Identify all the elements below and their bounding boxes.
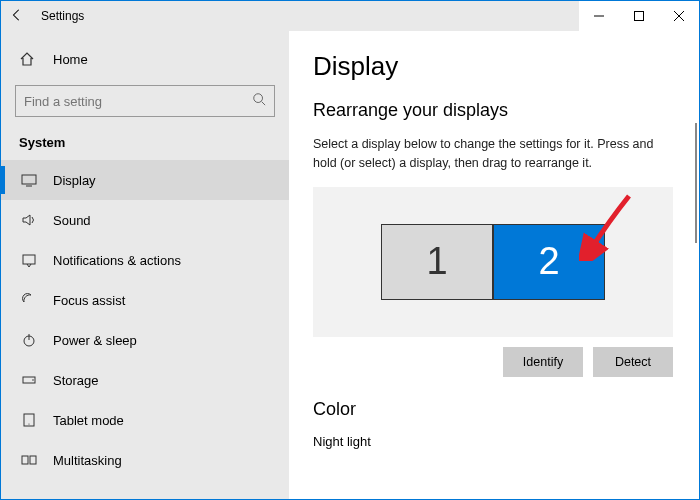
home-icon [19, 51, 39, 67]
nav-label: Power & sleep [39, 333, 137, 348]
monitor-1[interactable]: 1 [381, 224, 493, 300]
nav-label: Display [39, 173, 96, 188]
storage-icon [19, 372, 39, 388]
multitasking-icon [19, 452, 39, 468]
scrollbar[interactable] [695, 123, 697, 243]
tablet-icon [19, 412, 39, 428]
title-bar: Settings [1, 1, 699, 31]
maximize-button[interactable] [619, 1, 659, 31]
nav-display[interactable]: Display [1, 160, 289, 200]
nav-label: Tablet mode [39, 413, 124, 428]
nav-multitasking[interactable]: Multitasking [1, 440, 289, 480]
nav-label: Focus assist [39, 293, 125, 308]
nav-label: Sound [39, 213, 91, 228]
section-rearrange: Rearrange your displays [313, 100, 675, 121]
night-light-label: Night light [313, 434, 675, 449]
power-icon [19, 332, 39, 348]
nav-label: Notifications & actions [39, 253, 181, 268]
svg-point-12 [32, 379, 34, 381]
nav-focus-assist[interactable]: Focus assist [1, 280, 289, 320]
home-label: Home [39, 52, 88, 67]
svg-rect-16 [30, 456, 36, 464]
section-system: System [1, 131, 289, 160]
nav-label: Storage [39, 373, 99, 388]
svg-rect-1 [635, 12, 644, 21]
back-button[interactable] [1, 8, 33, 25]
nav-storage[interactable]: Storage [1, 360, 289, 400]
nav-notifications[interactable]: Notifications & actions [1, 240, 289, 280]
display-arrangement-area[interactable]: 1 2 [313, 187, 673, 337]
nav-tablet-mode[interactable]: Tablet mode [1, 400, 289, 440]
nav-label: Multitasking [39, 453, 122, 468]
close-button[interactable] [659, 1, 699, 31]
sound-icon [19, 212, 39, 228]
svg-line-5 [262, 102, 266, 106]
svg-rect-15 [22, 456, 28, 464]
svg-point-14 [28, 423, 29, 424]
focus-icon [19, 292, 39, 308]
nav-power-sleep[interactable]: Power & sleep [1, 320, 289, 360]
svg-point-4 [254, 94, 263, 103]
nav-sound[interactable]: Sound [1, 200, 289, 240]
window-title: Settings [33, 9, 84, 23]
search-box[interactable] [15, 85, 275, 117]
svg-rect-6 [22, 175, 36, 184]
notifications-icon [19, 252, 39, 268]
home-nav[interactable]: Home [1, 41, 289, 77]
minimize-button[interactable] [579, 1, 619, 31]
display-icon [19, 172, 39, 188]
main-content: Display Rearrange your displays Select a… [289, 31, 699, 499]
page-heading: Display [313, 51, 675, 82]
search-input[interactable] [24, 94, 252, 109]
search-icon [252, 92, 266, 110]
identify-button[interactable]: Identify [503, 347, 583, 377]
detect-button[interactable]: Detect [593, 347, 673, 377]
rearrange-description: Select a display below to change the set… [313, 135, 673, 173]
section-color: Color [313, 399, 675, 420]
monitor-2[interactable]: 2 [493, 224, 605, 300]
sidebar: Home System Display Sound Notifications … [1, 31, 289, 499]
svg-rect-8 [23, 255, 35, 264]
